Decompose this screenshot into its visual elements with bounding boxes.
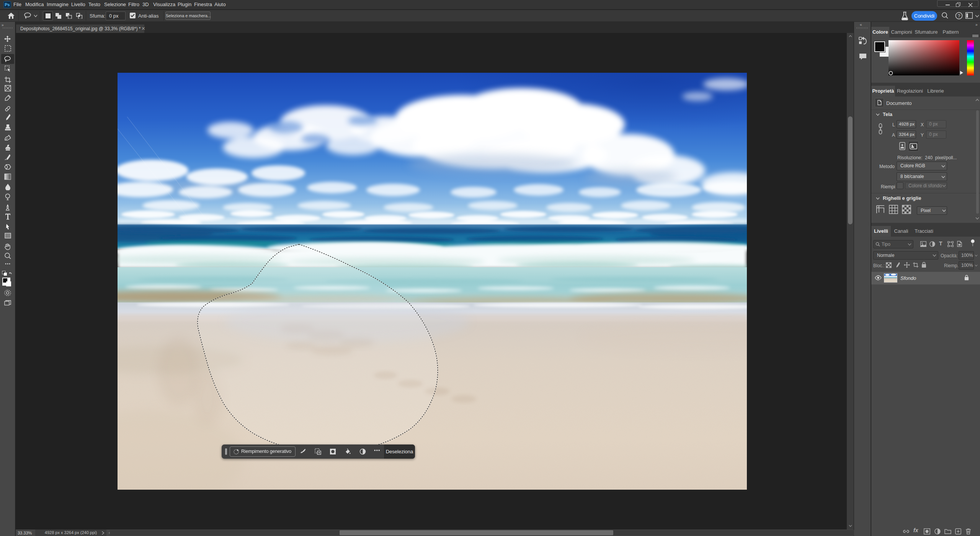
svg-text:?: ? bbox=[958, 13, 960, 19]
